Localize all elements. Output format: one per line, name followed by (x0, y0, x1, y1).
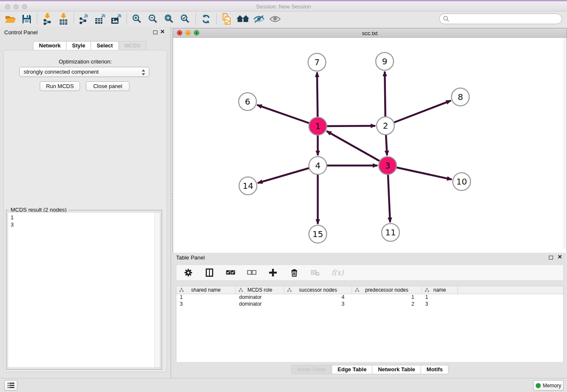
search-input[interactable] (439, 14, 562, 24)
network-window-title: scc.txt (173, 30, 567, 36)
result-scrollbar[interactable] (154, 213, 160, 367)
deselect-all-icon[interactable] (247, 268, 257, 278)
list-icon (8, 383, 14, 388)
edge-3-1[interactable] (327, 131, 388, 166)
cell-MCDS-role: dominator (236, 301, 284, 308)
control-tab-mcds[interactable]: MCDS (119, 41, 146, 50)
node-label-8: 8 (458, 92, 463, 102)
table-tab-node-table[interactable]: Node Table (291, 365, 332, 374)
column-header-predecessor-nodes[interactable]: predecessor nodes (352, 286, 422, 294)
optimization-criterion-label: Optimization criterion: (0, 58, 171, 65)
table-tabs: Node TableEdge TableNetwork TableMotifs (173, 365, 567, 374)
node-table: shared nameMCDS rolesuccessor nodesprede… (176, 286, 564, 362)
function-builder-icon-disabled: f(x) (331, 268, 344, 277)
show-panels-button[interactable] (267, 13, 283, 25)
search-icon (443, 16, 449, 22)
toolbar-separator (74, 14, 74, 25)
control-panel-tabs: NetworkStyleSelectMCDS (33, 41, 146, 50)
show-columns-icon[interactable] (204, 268, 215, 278)
node-label-14: 14 (242, 181, 253, 191)
select-all-icon[interactable] (226, 268, 236, 278)
node-label-4: 4 (315, 160, 321, 171)
table-tab-motifs[interactable]: Motifs (421, 365, 449, 374)
table-close-icon[interactable]: × (558, 253, 562, 261)
refresh-button[interactable] (198, 13, 214, 25)
cell-successor-nodes: 4 (284, 294, 352, 301)
network-scrollbar[interactable] (564, 38, 567, 249)
control-tab-network[interactable]: Network (33, 41, 66, 50)
table-tab-network-table[interactable]: Network Table (372, 365, 421, 374)
criterion-value: strongly connected component (24, 69, 99, 75)
cell-name: 3 (422, 301, 458, 308)
clone-network-button[interactable] (219, 13, 235, 25)
column-header-filler (458, 286, 563, 294)
table-tab-edge-table[interactable]: Edge Table (332, 365, 372, 374)
node-label-11: 11 (385, 227, 396, 237)
toolbar-separator (127, 14, 127, 25)
criterion-select[interactable]: strongly connected component (19, 67, 149, 77)
table-row[interactable]: 1dominator411 (176, 294, 563, 301)
cell-predecessor-nodes: 1 (352, 294, 422, 301)
node-label-15: 15 (312, 229, 323, 239)
control-tab-style[interactable]: Style (66, 41, 91, 50)
export-image-button[interactable] (108, 13, 124, 25)
toolbar-separator (195, 14, 196, 25)
cell-shared-name: 3 (176, 301, 236, 308)
memory-button-label: Memory (543, 383, 561, 389)
column-header-MCDS-role[interactable]: MCDS role (236, 286, 284, 294)
cell-successor-nodes: 3 (284, 301, 352, 308)
edge-2-8[interactable] (385, 101, 451, 126)
zoom-out-button[interactable] (145, 13, 161, 25)
column-header-successor-nodes[interactable]: successor nodes (284, 286, 352, 294)
close-panel-button[interactable]: Close panel (86, 81, 129, 91)
table-row[interactable]: 3dominator323 (176, 301, 563, 308)
toolbar-separator (216, 14, 217, 25)
memory-button[interactable]: Memory (533, 380, 564, 391)
node-label-2: 2 (383, 121, 388, 131)
node-label-7: 7 (314, 57, 320, 67)
home-button[interactable] (235, 13, 251, 25)
hide-panels-button[interactable] (251, 13, 267, 25)
network-view-window: × – + scc.txt 7968124314101511 (173, 28, 567, 253)
export-table-button[interactable] (92, 13, 108, 25)
mcds-result-list[interactable]: 13 (8, 212, 160, 368)
network-canvas[interactable]: 7968124314101511 (173, 38, 567, 253)
select-stepper-icon (141, 69, 146, 76)
zoom-in-button[interactable] (129, 13, 145, 25)
window-title: Session: New Session (0, 3, 567, 10)
cell-name: 1 (422, 294, 458, 301)
edge-1-6[interactable] (257, 105, 318, 126)
table-float-icon[interactable] (549, 256, 553, 259)
delete-table-icon-disabled (310, 268, 320, 278)
table-panel-title: Table Panel (176, 254, 205, 261)
close-panel-icon[interactable]: × (160, 28, 165, 36)
import-table-button[interactable] (55, 13, 72, 25)
table-settings-gear-icon[interactable] (183, 268, 193, 278)
import-network-button[interactable] (39, 13, 55, 25)
float-panel-icon[interactable] (153, 30, 157, 34)
network-window-titlebar: × – + scc.txt (173, 28, 567, 38)
cell-predecessor-nodes: 2 (352, 301, 422, 308)
control-tab-select[interactable]: Select (91, 41, 118, 50)
open-session-button[interactable] (3, 13, 19, 25)
cell-shared-name: 1 (176, 294, 236, 301)
node-label-3: 3 (385, 160, 391, 171)
add-column-icon[interactable] (268, 268, 278, 278)
zoom-selected-button[interactable] (177, 13, 193, 25)
zoom-fit-button[interactable] (161, 13, 177, 25)
edge-3-10[interactable] (388, 166, 452, 179)
delete-column-icon[interactable] (289, 268, 299, 278)
status-bar: Memory (0, 378, 567, 392)
table-toolbar: f(x) (176, 265, 564, 281)
node-label-1: 1 (315, 121, 321, 131)
show-panel-list-button[interactable] (4, 380, 17, 391)
control-panel: Control Panel × NetworkStyleSelectMCDS O… (0, 27, 171, 378)
result-line: 1 (11, 214, 157, 221)
export-network-button[interactable] (76, 13, 92, 25)
save-session-button[interactable] (19, 13, 35, 25)
table-body: 1dominator4113dominator323 (176, 294, 563, 308)
column-header-shared-name[interactable]: shared name (176, 286, 236, 294)
column-header-name[interactable]: name (422, 286, 458, 294)
run-mcds-button[interactable]: Run MCDS (40, 81, 80, 91)
node-label-6: 6 (245, 97, 250, 107)
